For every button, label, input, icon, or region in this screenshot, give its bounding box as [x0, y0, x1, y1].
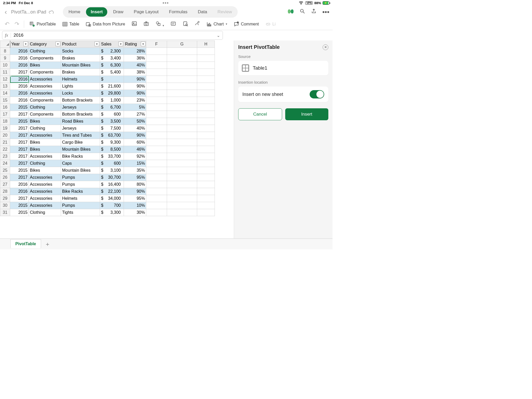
- empty-cell[interactable]: [197, 69, 215, 76]
- empty-cell[interactable]: [146, 146, 167, 153]
- cell-year[interactable]: 2017: [10, 139, 29, 146]
- empty-cell[interactable]: [146, 76, 167, 83]
- cell-rating[interactable]: 92%: [124, 153, 146, 160]
- cell-sales[interactable]: $: [100, 76, 124, 83]
- filter-dropdown-icon[interactable]: ▼: [56, 42, 60, 46]
- row-header[interactable]: 27: [0, 181, 10, 188]
- cell-product[interactable]: Helmets: [61, 76, 100, 83]
- fx-label[interactable]: fx: [2, 33, 11, 38]
- cell-category[interactable]: Accessories: [29, 83, 61, 90]
- cell-rating[interactable]: 90%: [124, 188, 146, 195]
- cell-year[interactable]: 2015: [10, 167, 29, 174]
- empty-cell[interactable]: [197, 111, 215, 118]
- empty-cell[interactable]: [197, 139, 215, 146]
- empty-cell[interactable]: [197, 153, 215, 160]
- empty-cell[interactable]: [146, 118, 167, 125]
- empty-cell[interactable]: [197, 83, 215, 90]
- table-row[interactable]: 302015AccessoriesPumps$70010%: [0, 202, 215, 209]
- empty-cell[interactable]: [167, 202, 197, 209]
- table-row[interactable]: 222017BikesMountain Bikes$8,50046%: [0, 146, 215, 153]
- table-row[interactable]: 272016AccessoriesPumps$16,40080%: [0, 181, 215, 188]
- cell-year[interactable]: 2017: [10, 146, 29, 153]
- cell-year[interactable]: 2017: [10, 195, 29, 202]
- cell-product[interactable]: Bike Racks: [61, 153, 100, 160]
- empty-cell[interactable]: [146, 83, 167, 90]
- table-row[interactable]: 202017AccessoriesTires and Tubes$63,7009…: [0, 132, 215, 139]
- cell-rating[interactable]: 90%: [124, 90, 146, 97]
- table-row[interactable]: 142016AccessoriesLocks$29,80090%: [0, 90, 215, 97]
- cell-category[interactable]: Clothing: [29, 209, 61, 216]
- table-row[interactable]: 132016AccessoriesLights$21,60090%: [0, 83, 215, 90]
- cell-product[interactable]: Bike Racks: [61, 188, 100, 195]
- row-header[interactable]: 18: [0, 118, 10, 125]
- empty-cell[interactable]: [167, 167, 197, 174]
- empty-cell[interactable]: [167, 76, 197, 83]
- cell-product[interactable]: Mountain Bikes: [61, 62, 100, 69]
- cell-category[interactable]: Accessories: [29, 153, 61, 160]
- cell-year[interactable]: 2017: [10, 125, 29, 132]
- empty-cell[interactable]: [146, 209, 167, 216]
- empty-cell[interactable]: [146, 111, 167, 118]
- cell-product[interactable]: Jerseys: [61, 104, 100, 111]
- empty-cell[interactable]: [197, 97, 215, 104]
- more-menu-icon[interactable]: •••: [322, 8, 329, 16]
- cell-sales[interactable]: $21,600: [100, 83, 124, 90]
- cell-year[interactable]: 2016: [10, 90, 29, 97]
- empty-cell[interactable]: [197, 188, 215, 195]
- empty-cell[interactable]: [167, 48, 197, 55]
- cell-year[interactable]: 2015: [10, 118, 29, 125]
- cell-product[interactable]: Caps: [61, 160, 100, 167]
- cell-rating[interactable]: 27%: [124, 111, 146, 118]
- column-header-product[interactable]: Product▼: [61, 41, 100, 48]
- empty-cell[interactable]: [197, 104, 215, 111]
- cell-category[interactable]: Components: [29, 111, 61, 118]
- table-row[interactable]: 82016ClothingSocks$2,30028%: [0, 48, 215, 55]
- row-header[interactable]: 28: [0, 188, 10, 195]
- empty-cell[interactable]: [146, 153, 167, 160]
- cell-rating[interactable]: 46%: [124, 146, 146, 153]
- table-row[interactable]: 312015ClothingTights$3,30030%: [0, 209, 215, 216]
- cell-sales[interactable]: $6,700: [100, 104, 124, 111]
- formula-expand-icon[interactable]: ⌄: [214, 33, 223, 38]
- cell-category[interactable]: Bikes: [29, 62, 61, 69]
- cell-category[interactable]: Components: [29, 97, 61, 104]
- empty-cell[interactable]: [197, 48, 215, 55]
- empty-cell[interactable]: [197, 209, 215, 216]
- cell-year[interactable]: 2016: [10, 48, 29, 55]
- row-header[interactable]: 22: [0, 146, 10, 153]
- cell-year[interactable]: 2015: [10, 104, 29, 111]
- empty-cell[interactable]: [167, 90, 197, 97]
- draw-icon[interactable]: [192, 19, 203, 29]
- cell-rating[interactable]: 5%: [124, 104, 146, 111]
- cell-rating[interactable]: 50%: [124, 118, 146, 125]
- cell-category[interactable]: Clothing: [29, 48, 61, 55]
- ribbon-tab-review[interactable]: Review: [213, 7, 237, 17]
- empty-cell[interactable]: [146, 139, 167, 146]
- empty-cell[interactable]: [197, 55, 215, 62]
- cell-product[interactable]: Jerseys: [61, 125, 100, 132]
- empty-cell[interactable]: [146, 97, 167, 104]
- cell-sales[interactable]: $5,400: [100, 69, 124, 76]
- empty-cell[interactable]: [146, 188, 167, 195]
- cloud-sync-icon[interactable]: [49, 9, 54, 15]
- filter-dropdown-icon[interactable]: ▼: [118, 42, 123, 46]
- filter-dropdown-icon[interactable]: ▼: [23, 42, 28, 46]
- table-button[interactable]: Table: [59, 20, 82, 29]
- table-row[interactable]: 232017AccessoriesBike Racks$33,70092%: [0, 153, 215, 160]
- row-header[interactable]: 31: [0, 209, 10, 216]
- cell-product[interactable]: Helmets: [61, 195, 100, 202]
- cell-rating[interactable]: 40%: [124, 125, 146, 132]
- row-header[interactable]: 29: [0, 195, 10, 202]
- formula-input[interactable]: [11, 33, 214, 38]
- cell-category[interactable]: Bikes: [29, 118, 61, 125]
- table-row[interactable]: 172017ComponentsBottom Brackets$60027%: [0, 111, 215, 118]
- cell-category[interactable]: Clothing: [29, 125, 61, 132]
- cell-sales[interactable]: $22,100: [100, 188, 124, 195]
- cell-sales[interactable]: $2,300: [100, 48, 124, 55]
- table-row[interactable]: 122016AccessoriesHelmets$90%: [0, 76, 215, 83]
- empty-cell[interactable]: [146, 195, 167, 202]
- shapes-icon[interactable]: ▾: [153, 19, 167, 29]
- table-row[interactable]: 242017ClothingCaps$60015%: [0, 160, 215, 167]
- row-header[interactable]: 15: [0, 97, 10, 104]
- cell-rating[interactable]: 38%: [124, 69, 146, 76]
